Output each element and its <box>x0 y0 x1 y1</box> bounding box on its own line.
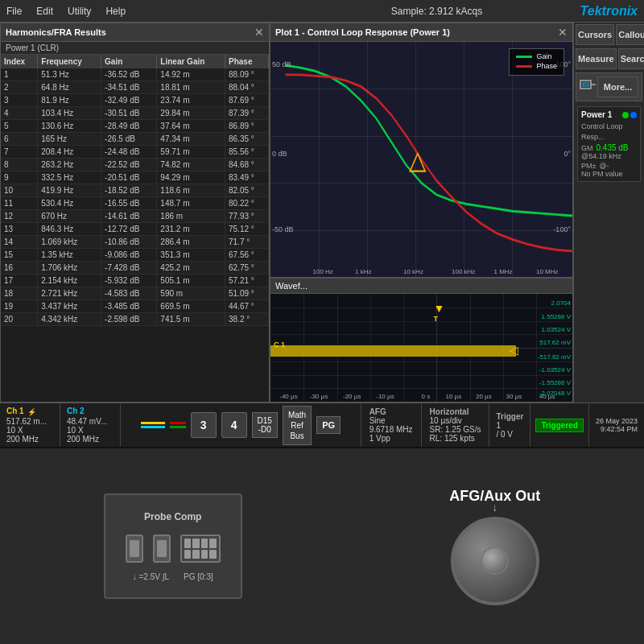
at-sign: @- <box>599 162 609 170</box>
waveform-right-handle[interactable]: ◁ <box>510 344 518 357</box>
horizontal-title: Horizontal <box>430 407 481 416</box>
time-label-6: 10 µs <box>446 393 462 400</box>
sample-info: Sample: 2.912 kAcqs <box>293 6 580 17</box>
pm-label: PM± <box>581 162 596 170</box>
sidebar-second-row: Measure Search <box>574 47 644 71</box>
menu-utility[interactable]: Utility <box>68 6 91 17</box>
ch2-scale: 10 X <box>67 426 114 435</box>
waveform-content[interactable]: C 1 ▼ T 2.0704 1.55286 V 1.03524 V 517.6… <box>270 294 572 402</box>
voltage-marker-7: -1.55286 V <box>539 379 571 386</box>
cursors-button[interactable]: Cursors <box>576 24 614 45</box>
power1-name: Power 1 <box>581 110 612 119</box>
d0-label: -D0 <box>258 425 272 434</box>
table-row: 9332.5 Hz-20.51 dB94.29 m83.49 ° <box>1 171 269 184</box>
afg-line2: 9.6718 MHz <box>369 425 413 434</box>
afg-section[interactable]: AFG Sine 9.6718 MHz 1 Vpp <box>361 403 422 447</box>
menu-edit[interactable]: Edit <box>36 6 53 17</box>
table-row: 12670 Hz-14.61 dB186 m77.93 ° <box>1 210 269 223</box>
time-label-7: 20 µs <box>476 393 492 400</box>
bnc-connector-wrapper: ↓ <box>449 517 540 605</box>
harmonics-close-button[interactable]: ✕ <box>254 26 264 39</box>
ch1-item[interactable]: Ch 1 ⚡ 517.62 m... 10 X 200 MHz <box>0 403 60 447</box>
x-axis-label-6: 10 MHz <box>536 268 559 275</box>
waveform-header: Wavef... <box>270 279 572 294</box>
svg-rect-2 <box>583 83 588 86</box>
measure-button[interactable]: Measure <box>576 48 617 69</box>
afg-title: AFG <box>369 407 413 416</box>
voltage-marker-4: 517.62 mV <box>539 339 571 346</box>
menu-file[interactable]: File <box>6 6 22 17</box>
waveform-title: Wavef... <box>275 281 308 291</box>
ch2-label: Ch 2 <box>67 407 114 415</box>
zoom-icon <box>580 80 597 94</box>
probe-comp-label: Probe Comp <box>126 511 221 522</box>
probe-pin-6 <box>192 550 200 559</box>
probe-connectors <box>126 535 221 563</box>
table-row: 381.9 Hz-32.49 dB23.74 m87.69 ° <box>1 94 269 107</box>
harmonics-subtitle: Power 1 (CLR) <box>1 42 269 55</box>
horizontal-section[interactable]: Horizontal 10 µs/div SR: 1.25 GS/s RL: 1… <box>422 403 490 447</box>
time-label-1: -40 µs <box>279 393 297 400</box>
channel-bar: Ch 1 ⚡ 517.62 m... 10 X 200 MHz Ch 2 48.… <box>0 402 644 447</box>
ch2-voltage: 48.47 mV... <box>67 417 114 426</box>
probe-pin-8 <box>209 550 217 559</box>
search-button[interactable]: Search <box>618 48 644 69</box>
power1-dot-blue <box>630 112 637 118</box>
bode-plot-content[interactable]: 50 dB 0 dB -50 dB 100° 0° -100° 100 Hz <box>270 42 572 277</box>
math-ref-bus-button[interactable]: MathRefBus <box>283 406 312 445</box>
btn4[interactable]: 4 <box>221 412 247 438</box>
trigger-line1: 1 <box>496 421 523 430</box>
afg-line3: 1 Vpp <box>369 434 413 443</box>
col-phase: Phase <box>225 55 268 68</box>
d15-button[interactable]: D15 -D0 <box>252 412 278 438</box>
pg-button[interactable]: PG <box>316 416 341 434</box>
horizontal-line2: SR: 1.25 GS/s <box>430 425 481 434</box>
callout-button[interactable]: Callout <box>616 24 644 45</box>
time-label-9: 40 µs <box>539 393 555 400</box>
probe-comp-area: Probe Comp ↓ =2.5V ∫L PG [0:3] <box>104 493 242 599</box>
btn3[interactable]: 3 <box>191 412 217 438</box>
probe-grid-connector[interactable] <box>180 535 221 563</box>
probe-slot-1[interactable] <box>126 535 143 563</box>
horizontal-line3: RL: 125 kpts <box>430 434 481 443</box>
power1-label-row: Power 1 <box>581 110 637 119</box>
time-label-3: -20 µs <box>343 393 361 400</box>
no-pm-value: No PM value <box>581 170 637 178</box>
table-row: 151.3 Hz-36.52 dB14.92 m88.09 ° <box>1 68 269 81</box>
voltage-marker-5: -517.62 mV <box>538 353 571 361</box>
trigger-line2: / 0 V <box>496 430 523 439</box>
table-row: 193.437 kHz-3.485 dB669.5 m44.67 ° <box>1 300 269 313</box>
ch1-waveform-band <box>270 345 516 357</box>
center-controls: 3 4 D15 -D0 MathRefBus PG <box>121 403 361 447</box>
more-button[interactable]: More... <box>597 76 638 97</box>
sidebar-top-row: Cursors Callout <box>574 23 644 47</box>
triggered-badge: Triggered <box>535 419 584 432</box>
voltage-marker-2: 1.55286 V <box>542 313 571 320</box>
tektronix-logo: Tektronix <box>580 4 638 19</box>
probe-pin-2 <box>192 539 200 548</box>
harmonics-title: Harmonics/FRA Results <box>6 27 106 37</box>
table-row: 161.706 kHz-7.428 dB425.2 m62.75 ° <box>1 262 269 275</box>
bode-plot-title: Plot 1 - Control Loop Response (Power 1) <box>275 27 450 37</box>
table-row: 141.069 kHz-10.86 dB286.4 m71.7 ° <box>1 236 269 249</box>
bode-plot-close-button[interactable]: ✕ <box>558 26 568 39</box>
table-row: 204.342 kHz-2.598 dB741.5 m38.2 ° <box>1 313 269 326</box>
top-bar: File Edit Utility Help Sample: 2.912 kAc… <box>0 0 644 23</box>
x-axis-label-1: 100 Hz <box>313 268 333 275</box>
table-row: 6165 Hz-26.5 dB47.34 m86.35 ° <box>1 133 269 146</box>
probe-pin-1 <box>184 539 192 548</box>
bnc-connector[interactable] <box>451 517 539 605</box>
col-frequency: Frequency <box>38 55 101 68</box>
probe-slot-2[interactable] <box>153 535 171 563</box>
trigger-position-marker: ▼ <box>434 302 445 315</box>
horizontal-line1: 10 µs/div <box>430 416 481 425</box>
voltage-marker-1: 2.0704 <box>551 299 571 307</box>
trigger-section[interactable]: Trigger 1 / 0 V <box>489 403 530 447</box>
menu-help[interactable]: Help <box>105 6 126 17</box>
table-row: 10419.9 Hz-18.52 dB118.6 m82.05 ° <box>1 184 269 197</box>
zoom-icon-row[interactable]: More... <box>576 72 642 101</box>
harmonics-table-container[interactable]: Index Frequency Gain Linear Gain Phase 1… <box>1 55 269 402</box>
table-row: 182.721 kHz-4.583 dB590 m51.09 ° <box>1 287 269 300</box>
ch3-ch4-lines <box>170 422 186 428</box>
ch2-item[interactable]: Ch 2 48.47 mV... 10 X 200 MHz <box>60 403 121 447</box>
